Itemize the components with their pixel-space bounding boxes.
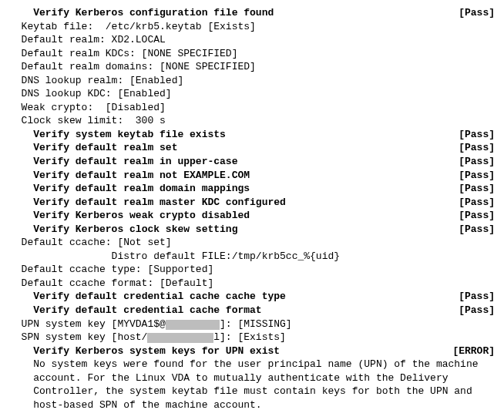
- row-verify-realm-upper: Verify default realm in upper-case [Pass…: [9, 155, 495, 169]
- status-pass: [Pass]: [452, 223, 495, 237]
- status-pass: [Pass]: [452, 169, 495, 183]
- redacted-text: xxxxxxxxxxx: [147, 333, 213, 343]
- row-default-ccache: Default ccache: [Not set]: [9, 236, 495, 250]
- text: Default realm: XD2.LOCAL: [9, 33, 166, 47]
- row-verify-ccache-format: Verify default credential cache format […: [9, 304, 495, 318]
- status-pass: [Pass]: [452, 141, 495, 155]
- row-ccache-type: Default ccache type: [Supported]: [9, 263, 495, 277]
- status-pass: [Pass]: [452, 196, 495, 210]
- text: Weak crypto: [Disabled]: [9, 101, 166, 115]
- row-dns-lookup-kdc: DNS lookup KDC: [Enabled]: [9, 87, 495, 101]
- status-error: [ERROR]: [446, 344, 495, 358]
- row-verify-realm-example: Verify default realm not EXAMPLE.COM [Pa…: [9, 169, 495, 183]
- text: DNS lookup KDC: [Enabled]: [9, 87, 172, 101]
- row-distro-default: Distro default FILE:/tmp/krb5cc_%{uid}: [9, 250, 495, 264]
- label: Verify default realm domain mappings: [9, 182, 250, 196]
- label: Verify default realm not EXAMPLE.COM: [9, 169, 250, 183]
- row-keytab-file: Keytab file: /etc/krb5.keytab [Exists]: [9, 20, 495, 34]
- status-pass: [Pass]: [452, 6, 495, 20]
- row-verify-upn-keys: Verify Kerberos system keys for UPN exis…: [9, 344, 495, 358]
- label: Verify default credential cache format: [9, 304, 262, 318]
- row-verify-weak-crypto: Verify Kerberos weak crypto disabled [Pa…: [9, 209, 495, 223]
- label: Verify default credential cache cache ty…: [9, 290, 286, 304]
- text: Clock skew limit: 300 s: [9, 114, 166, 128]
- text: SPN system key [host/xxxxxxxxxxxl]: [Exi…: [9, 331, 286, 344]
- status-pass: [Pass]: [452, 182, 495, 196]
- text: UPN system key [MYVDA1$@xxxxxxxxx]: [MIS…: [9, 318, 292, 331]
- row-verify-clock-skew: Verify Kerberos clock skew setting [Pass…: [9, 223, 495, 237]
- error-message: No system keys were found for the user p…: [9, 358, 495, 412]
- label: Verify Kerberos configuration file found: [9, 6, 274, 20]
- label: Verify default realm set: [9, 141, 177, 155]
- row-dns-lookup-realm: DNS lookup realm: [Enabled]: [9, 74, 495, 88]
- row-weak-crypto: Weak crypto: [Disabled]: [9, 101, 495, 115]
- row-spn-system-key: SPN system key [host/xxxxxxxxxxxl]: [Exi…: [9, 331, 495, 344]
- text: Default realm KDCs: [NONE SPECIFIED]: [9, 47, 237, 61]
- text: Distro default FILE:/tmp/krb5cc_%{uid}: [9, 250, 340, 264]
- row-verify-keytab-exists: Verify system keytab file exists [Pass]: [9, 128, 495, 142]
- row-realm-kdcs: Default realm KDCs: [NONE SPECIFIED]: [9, 47, 495, 61]
- row-realm-domains: Default realm domains: [NONE SPECIFIED]: [9, 60, 495, 74]
- row-verify-config: Verify Kerberos configuration file found…: [9, 6, 495, 20]
- label: Verify Kerberos system keys for UPN exis…: [9, 344, 280, 358]
- label: Verify system keytab file exists: [9, 128, 226, 142]
- row-default-realm: Default realm: XD2.LOCAL: [9, 33, 495, 47]
- label: Verify Kerberos clock skew setting: [9, 223, 237, 237]
- row-clock-skew: Clock skew limit: 300 s: [9, 114, 495, 128]
- status-pass: [Pass]: [452, 304, 495, 318]
- status-pass: [Pass]: [452, 290, 495, 304]
- status-pass: [Pass]: [452, 155, 495, 169]
- text: Default ccache type: [Supported]: [9, 263, 213, 277]
- text: Default ccache: [Not set]: [9, 236, 172, 250]
- text: Keytab file: /etc/krb5.keytab [Exists]: [9, 20, 256, 34]
- label: Verify Kerberos weak crypto disabled: [9, 209, 250, 223]
- text: Default ccache format: [Default]: [9, 277, 213, 291]
- text: Default realm domains: [NONE SPECIFIED]: [9, 60, 256, 74]
- row-verify-ccache-type: Verify default credential cache cache ty…: [9, 290, 495, 304]
- redacted-text: xxxxxxxxx: [166, 320, 220, 330]
- label: Verify default realm in upper-case: [9, 155, 237, 169]
- row-verify-master-kdc: Verify default realm master KDC configur…: [9, 196, 495, 210]
- text: DNS lookup realm: [Enabled]: [9, 74, 183, 88]
- row-verify-domain-mappings: Verify default realm domain mappings [Pa…: [9, 182, 495, 196]
- row-ccache-format: Default ccache format: [Default]: [9, 277, 495, 291]
- row-verify-realm-set: Verify default realm set [Pass]: [9, 141, 495, 155]
- status-pass: [Pass]: [452, 209, 495, 223]
- label: Verify default realm master KDC configur…: [9, 196, 286, 210]
- status-pass: [Pass]: [452, 128, 495, 142]
- row-upn-system-key: UPN system key [MYVDA1$@xxxxxxxxx]: [MIS…: [9, 318, 495, 331]
